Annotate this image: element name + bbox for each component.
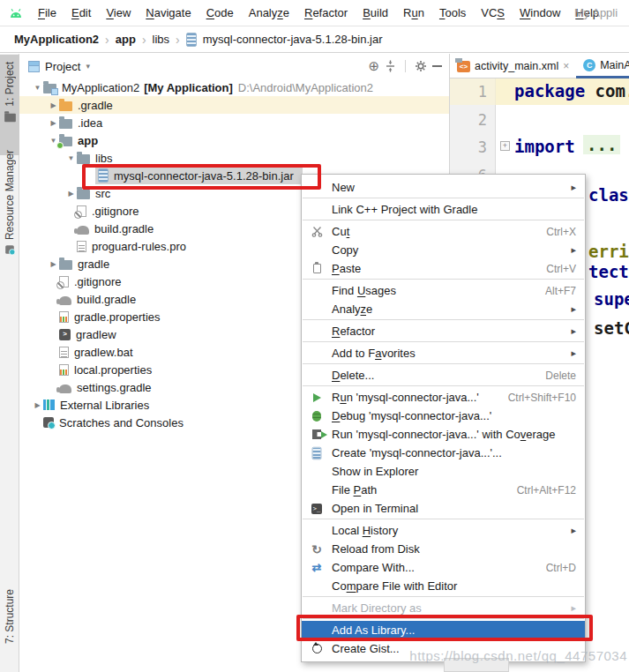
hide-panel-icon[interactable] (432, 65, 442, 67)
locate-file-icon[interactable]: ⊕ (368, 58, 379, 74)
menu-item-delete[interactable]: Delete... Delete (302, 366, 585, 385)
compare-icon: ⇄ (309, 558, 325, 577)
menu-item-create-jar-run-config[interactable]: Create 'mysql-connector-java...'... (302, 444, 585, 462)
xml-file-icon (457, 61, 470, 72)
menu-item-open-in-terminal[interactable]: Open in Terminal (302, 499, 585, 518)
code-line-1[interactable]: package com. (514, 81, 629, 101)
project-panel-header: Project ▾ ⊕ (19, 54, 449, 78)
code-line-3[interactable]: import (514, 137, 575, 156)
breadcrumb-project[interactable]: MyApplication2 (14, 33, 99, 46)
menu-item-compare-file-with-editor[interactable]: Compare File with Editor (302, 577, 585, 595)
menu-item-run-with-coverage[interactable]: Run 'mysql-connector-java...' with Cover… (302, 425, 585, 444)
menu-navigate[interactable]: Navigate (146, 6, 191, 19)
tree-collapsed-icon[interactable]: ▶ (48, 260, 59, 268)
menu-run[interactable]: Run (403, 6, 424, 19)
context-menu: New ▸ Link C++ Project with Gradle Cut C… (301, 174, 586, 662)
breadcrumb-app[interactable]: app (116, 33, 136, 46)
menu-separator (303, 279, 584, 280)
menu-item-analyze[interactable]: Analyze ▸ (302, 300, 585, 318)
menu-item-find-usages[interactable]: Find Usages Alt+F7 (302, 281, 585, 300)
class-file-icon (583, 59, 595, 71)
resource-manager-icon (5, 245, 14, 254)
menu-item-reload-from-disk[interactable]: ↻ Reload from Disk (302, 540, 585, 558)
line-number: 3 (452, 138, 487, 156)
menu-code[interactable]: Code (206, 6, 234, 19)
breadcrumb-separator: › (105, 33, 109, 47)
gradle-file-icon (59, 296, 71, 305)
menu-file[interactable]: File (38, 6, 56, 19)
tree-collapsed-icon[interactable]: ▶ (65, 190, 77, 198)
tree-expanded-icon[interactable]: ▼ (65, 154, 77, 162)
menu-tools[interactable]: Tools (439, 6, 466, 19)
menu-view[interactable]: View (106, 6, 131, 19)
folder-icon (59, 260, 72, 270)
tree-collapsed-icon[interactable]: ▶ (48, 101, 59, 109)
sidebar-tab-resource-manager[interactable]: Resource Manager (0, 150, 19, 298)
gradle-file-icon (59, 385, 71, 393)
menu-analyze[interactable]: Analyze (249, 6, 289, 19)
project-view-title[interactable]: Project (45, 60, 80, 73)
tree-collapsed-icon[interactable]: ▶ (32, 401, 43, 409)
tab-activity-main-xml[interactable]: activity_main.xml × (450, 54, 576, 78)
menu-item-file-path[interactable]: File Path Ctrl+Alt+F12 (302, 481, 585, 499)
tab-main-activity[interactable]: MainA (576, 54, 629, 78)
tree-row-gradle-dir[interactable]: ▶ .gradle (19, 96, 449, 114)
settings-gear-icon[interactable] (415, 60, 427, 72)
tree-collapsed-icon[interactable]: ▶ (48, 119, 59, 127)
console-file-icon (59, 329, 71, 340)
menu-item-add-to-favorites[interactable]: Add to Favorites ▸ (302, 344, 585, 362)
tree-row-root[interactable]: ▼ MyApplication2 [My Application] D:\And… (19, 78, 449, 96)
annotation-box-jar-file (82, 164, 321, 190)
menu-item-link-cpp[interactable]: Link C++ Project with Gradle (302, 200, 585, 219)
window-title: My Appli (574, 0, 629, 26)
chevron-down-icon[interactable]: ▾ (86, 62, 90, 71)
menu-item-local-history[interactable]: Local History ▸ (302, 521, 585, 540)
menu-item-new[interactable]: New ▸ (302, 178, 585, 197)
menu-window[interactable]: Window (520, 6, 560, 19)
scissors-icon (309, 222, 325, 241)
submenu-arrow-icon: ▸ (571, 602, 576, 614)
fold-expand-icon[interactable] (500, 141, 510, 151)
menu-refactor[interactable]: Refactor (304, 6, 348, 19)
reload-icon: ↻ (309, 540, 325, 558)
scratches-icon (43, 417, 54, 428)
annotation-box-add-as-library (296, 615, 593, 641)
collapse-all-icon[interactable] (385, 60, 396, 72)
close-tab-icon[interactable]: × (563, 60, 569, 72)
menu-item-cut[interactable]: Cut Ctrl+X (302, 222, 585, 241)
folder-icon (59, 119, 72, 129)
tree-row-app[interactable]: ▼ app (19, 131, 449, 149)
jar-file-icon (309, 444, 325, 462)
menu-item-compare-with[interactable]: ⇄ Compare With... Ctrl+D (302, 558, 585, 577)
breadcrumb-separator: › (142, 33, 146, 47)
menu-item-run[interactable]: Run 'mysql-connector-java...' Ctrl+Shift… (302, 388, 585, 407)
sidebar-tab-project[interactable]: 1: Project (0, 55, 19, 155)
menu-item-show-in-explorer[interactable]: Show in Explorer (302, 462, 585, 481)
breadcrumb-jar-file[interactable]: mysql-connector-java-5.1.28-bin.jar (203, 33, 383, 46)
tree-expanded-icon[interactable]: ▼ (32, 84, 43, 92)
menu-build[interactable]: Build (363, 6, 388, 19)
line-number: 1 (452, 83, 487, 101)
project-root-folder-icon (43, 84, 56, 93)
menu-separator (303, 319, 584, 320)
sidebar-tab-structure[interactable]: 7: Structure (0, 589, 19, 668)
properties-file-icon (59, 311, 69, 323)
breadcrumb-libs[interactable]: libs (153, 33, 170, 46)
menu-vcs[interactable]: VCS (481, 6, 505, 19)
menu-separator (303, 220, 584, 220)
gradle-file-icon (77, 226, 89, 235)
terminal-icon (309, 499, 325, 518)
menu-edit[interactable]: Edit (71, 6, 91, 19)
menu-separator (303, 596, 584, 597)
code-fragment: tecte (588, 262, 629, 281)
code-fragment: supe (594, 289, 629, 309)
menu-item-copy[interactable]: Copy ▸ (302, 241, 585, 259)
tree-row-idea[interactable]: ▶ .idea (19, 114, 449, 131)
menu-item-debug[interactable]: Debug 'mysql-connector-java...' (302, 407, 585, 425)
menu-item-refactor[interactable]: Refactor ▸ (302, 322, 585, 340)
menu-item-paste[interactable]: Paste Ctrl+V (302, 259, 585, 278)
folder-icon (77, 190, 90, 199)
line-number: 2 (452, 111, 487, 129)
folded-imports-region[interactable]: ... (583, 135, 620, 154)
menu-separator (303, 385, 584, 386)
